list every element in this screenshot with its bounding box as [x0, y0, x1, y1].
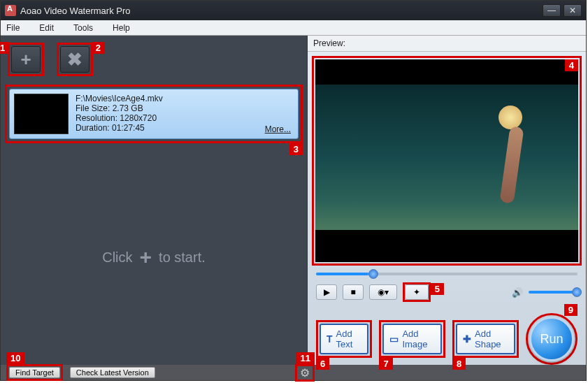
- find-target-button[interactable]: Find Target: [9, 367, 60, 378]
- left-pane: 1 + 2 ✖ 3 F:\Movies\IceAge4.m: [1, 36, 307, 365]
- annotation-8: 8 ✚ Add Shape: [452, 320, 519, 358]
- volume-icon[interactable]: 🔊: [512, 287, 523, 298]
- annotation-5: 5 ✦: [403, 282, 431, 302]
- play-button[interactable]: ▶: [316, 284, 337, 300]
- menu-help[interactable]: Help: [113, 23, 130, 33]
- annotation-10: 10 Find Target: [6, 364, 63, 381]
- annotation-7: 7 ▭ Add Image: [379, 320, 445, 358]
- video-content: [473, 106, 536, 203]
- remove-file-button[interactable]: ✖: [60, 46, 89, 73]
- file-card[interactable]: F:\Movies\IceAge4.mkv File Size: 2.73 GB…: [9, 89, 299, 139]
- annotation-9: 9 Run: [526, 313, 578, 365]
- file-path: F:\Movies\IceAge4.mkv: [76, 94, 294, 103]
- annotation-3: 3 F:\Movies\IceAge4.mkv File Size: 2.73 …: [5, 85, 303, 143]
- app-window: Aoao Video Watermark Pro — ✕ File Edit T…: [0, 0, 587, 381]
- seek-slider[interactable]: [316, 273, 578, 275]
- add-image-button[interactable]: ▭ Add Image: [382, 324, 442, 354]
- settings-button[interactable]: ⚙: [297, 366, 313, 380]
- add-shape-button[interactable]: ✚ Add Shape: [456, 324, 515, 354]
- menu-edit[interactable]: Edit: [39, 23, 54, 33]
- right-pane: Preview: 4 ▶ ■ ◉▾: [307, 36, 586, 365]
- menu-tools[interactable]: Tools: [73, 23, 93, 33]
- file-info: F:\Movies\IceAge4.mkv File Size: 2.73 GB…: [76, 94, 294, 134]
- image-icon: ▭: [389, 333, 399, 345]
- minimize-button[interactable]: —: [543, 4, 561, 17]
- empty-hint: Click + to start.: [1, 245, 307, 269]
- run-button[interactable]: Run: [529, 317, 574, 361]
- annotation-6: 6 T Add Text: [316, 320, 372, 358]
- app-icon: [5, 5, 16, 16]
- menu-file[interactable]: File: [6, 23, 20, 33]
- annotation-4: 4: [312, 56, 582, 266]
- annotation-11: 11 ⚙: [295, 364, 315, 382]
- preview-label: Preview:: [308, 36, 586, 52]
- add-text-button[interactable]: T Add Text: [320, 324, 368, 354]
- video-frame: [315, 85, 578, 230]
- check-version-button[interactable]: Check Latest Version: [70, 367, 155, 378]
- plus-icon: +: [20, 49, 31, 71]
- text-icon: T: [327, 333, 333, 345]
- stop-button[interactable]: ■: [343, 284, 364, 300]
- close-button[interactable]: ✕: [564, 4, 582, 17]
- menu-bar: File Edit Tools Help: [1, 20, 586, 36]
- file-resolution: Resolution: 1280x720: [76, 113, 294, 123]
- window-title: Aoao Video Watermark Pro: [20, 6, 543, 16]
- file-thumbnail: [14, 94, 69, 134]
- status-bar: 10 Find Target Check Latest Version 11 ⚙: [1, 365, 586, 380]
- more-link[interactable]: More...: [265, 124, 291, 134]
- shape-icon: ✚: [463, 333, 471, 345]
- file-duration: Duration: 01:27:45: [76, 123, 294, 133]
- plus-icon: +: [140, 245, 152, 269]
- annotation-2: 2 ✖: [57, 43, 93, 76]
- x-icon: ✖: [67, 49, 83, 71]
- snapshot-button[interactable]: ◉▾: [369, 284, 397, 300]
- effects-button[interactable]: ✦: [405, 284, 429, 300]
- video-preview[interactable]: [315, 59, 578, 262]
- file-size: File Size: 2.73 GB: [76, 103, 294, 113]
- add-file-button[interactable]: +: [11, 46, 41, 73]
- volume-slider[interactable]: [529, 291, 578, 294]
- gear-icon: ⚙: [300, 367, 310, 379]
- annotation-1: 1 +: [8, 43, 44, 76]
- title-bar: Aoao Video Watermark Pro — ✕: [1, 1, 586, 20]
